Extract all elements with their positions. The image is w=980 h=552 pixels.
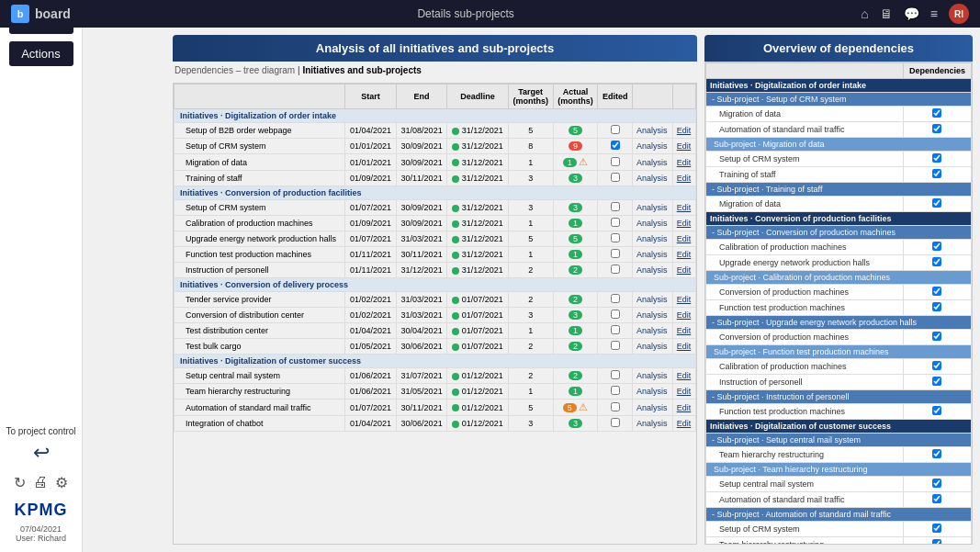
row-edited[interactable] [598, 323, 633, 339]
row-analysis-link[interactable]: Analysis [633, 139, 673, 154]
back-icon[interactable]: ↩ [33, 441, 50, 465]
actions-button[interactable]: Actions [9, 41, 73, 66]
right-row-checkbox[interactable] [903, 240, 971, 255]
row-edit-link[interactable]: Edit [672, 323, 695, 339]
right-row-checkbox[interactable] [903, 404, 971, 420]
row-analysis-link[interactable]: Analysis [633, 200, 673, 216]
row-edit-link[interactable]: Edit [672, 171, 695, 186]
user-label: User: Richard [16, 534, 66, 543]
row-analysis-link[interactable]: Analysis [633, 263, 673, 278]
right-row-checkbox[interactable] [903, 285, 971, 300]
right-row-checkbox[interactable] [903, 359, 971, 375]
settings-icon[interactable]: ⚙ [55, 474, 68, 491]
row-edited[interactable] [598, 171, 633, 186]
right-row-checkbox[interactable] [903, 197, 971, 212]
right-row-checkbox[interactable] [903, 447, 971, 463]
row-edit-link[interactable]: Edit [672, 247, 695, 263]
row-edited[interactable] [598, 247, 633, 263]
row-edit-link[interactable]: Edit [672, 308, 695, 323]
right-row-checkbox[interactable] [903, 107, 971, 122]
row-edited[interactable] [598, 123, 633, 139]
row-deadline: 31/12/2021 [447, 200, 508, 216]
row-analysis-link[interactable]: Analysis [633, 154, 673, 171]
row-edit-link[interactable]: Edit [672, 339, 695, 355]
col-target: Target(months) [508, 84, 553, 109]
row-analysis-link[interactable]: Analysis [633, 400, 673, 416]
print-icon[interactable]: 🖨 [33, 474, 48, 491]
row-edited[interactable] [598, 139, 633, 154]
row-edited[interactable] [598, 400, 633, 416]
right-table-row: Conversion of production machines [706, 285, 972, 300]
row-analysis-link[interactable]: Analysis [633, 308, 673, 323]
right-table-row: Migration of data [706, 197, 972, 212]
row-edit-link[interactable]: Edit [672, 231, 695, 247]
table-group-row: Initiatives · Conversion of production f… [175, 186, 696, 200]
row-edited[interactable] [598, 416, 633, 432]
right-table-row: Function test production machines [706, 300, 972, 316]
row-analysis-link[interactable]: Analysis [633, 339, 673, 355]
right-row-checkbox[interactable] [903, 522, 971, 537]
row-start: 01/04/2021 [345, 123, 397, 139]
row-analysis-link[interactable]: Analysis [633, 247, 673, 263]
right-row-checkbox[interactable] [903, 152, 971, 167]
row-analysis-link[interactable]: Analysis [633, 416, 673, 432]
breadcrumb-link[interactable]: Dependencies – tree diagram [175, 65, 295, 75]
right-row-checkbox[interactable] [903, 492, 971, 508]
right-row-checkbox[interactable] [903, 330, 971, 345]
comment-icon[interactable]: 💬 [904, 6, 919, 21]
right-row-label: Migration of data [706, 107, 904, 122]
row-end: 30/06/2021 [396, 339, 447, 355]
row-edited[interactable] [598, 216, 633, 231]
row-edited[interactable] [598, 368, 633, 384]
row-edit-link[interactable]: Edit [672, 154, 695, 171]
right-table-container: Dependencies Initiatives · Digitalizatio… [704, 62, 973, 545]
row-edit-link[interactable]: Edit [672, 216, 695, 231]
right-row-checkbox[interactable] [903, 255, 971, 271]
row-name: Test distribution center [175, 323, 345, 339]
row-analysis-link[interactable]: Analysis [633, 323, 673, 339]
row-analysis-link[interactable]: Analysis [633, 231, 673, 247]
right-row-checkbox[interactable] [903, 122, 971, 138]
right-row-checkbox[interactable] [903, 375, 971, 390]
row-edited[interactable] [598, 200, 633, 216]
row-deadline: 01/12/2021 [447, 384, 508, 400]
row-analysis-link[interactable]: Analysis [633, 292, 673, 308]
right-row-label: Upgrade energy network production halls [706, 255, 904, 271]
user-avatar[interactable]: RI [949, 4, 969, 24]
row-deadline: 31/12/2021 [447, 123, 508, 139]
row-edited[interactable] [598, 339, 633, 355]
row-analysis-link[interactable]: Analysis [633, 216, 673, 231]
row-edited[interactable] [598, 231, 633, 247]
home-icon[interactable]: ⌂ [861, 6, 868, 21]
row-analysis-link[interactable]: Analysis [633, 384, 673, 400]
row-target: 1 [508, 216, 553, 231]
right-row-checkbox[interactable] [903, 477, 971, 492]
row-edited[interactable] [598, 154, 633, 171]
row-edit-link[interactable]: Edit [672, 416, 695, 432]
row-edit-link[interactable]: Edit [672, 123, 695, 139]
right-table-row: Conversion of production machines [706, 330, 972, 345]
row-edit-link[interactable]: Edit [672, 384, 695, 400]
row-actual: 3 [553, 416, 598, 432]
row-edit-link[interactable]: Edit [672, 292, 695, 308]
row-edited[interactable] [598, 292, 633, 308]
menu-icon[interactable]: ≡ [930, 6, 938, 21]
row-edit-link[interactable]: Edit [672, 139, 695, 154]
row-edit-link[interactable]: Edit [672, 400, 695, 416]
row-edited[interactable] [598, 384, 633, 400]
refresh-icon[interactable]: ↻ [14, 474, 26, 491]
row-analysis-link[interactable]: Analysis [633, 123, 673, 139]
right-row-checkbox[interactable] [903, 167, 971, 183]
row-edit-link[interactable]: Edit [672, 200, 695, 216]
right-row-checkbox[interactable] [903, 300, 971, 316]
row-edit-link[interactable]: Edit [672, 368, 695, 384]
table-group-row: Initiatives · Digitalization of order in… [175, 109, 696, 123]
monitor-icon[interactable]: 🖥 [880, 6, 893, 21]
row-edited[interactable] [598, 308, 633, 323]
right-row-checkbox[interactable] [903, 537, 971, 546]
row-analysis-link[interactable]: Analysis [633, 171, 673, 186]
row-analysis-link[interactable]: Analysis [633, 368, 673, 384]
board-title: board [35, 6, 71, 21]
row-edit-link[interactable]: Edit [672, 263, 695, 278]
row-edited[interactable] [598, 263, 633, 278]
